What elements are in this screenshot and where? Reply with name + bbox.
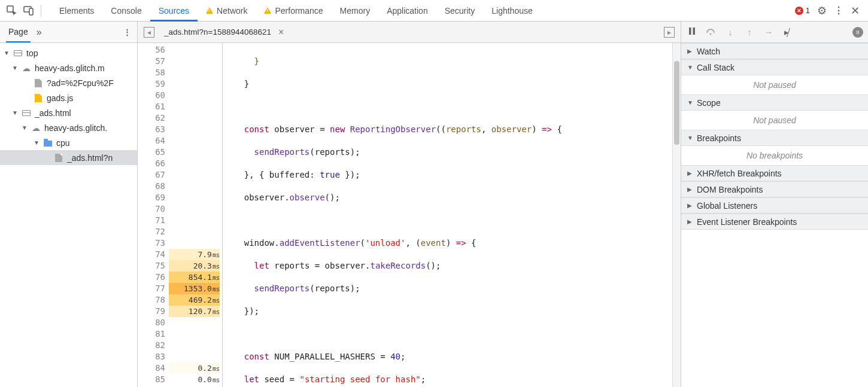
navigator-menu-icon[interactable]: ⋮ bbox=[123, 28, 131, 36]
navigator-pane: Page » ⋮ ▼top ▼☁heavy-ads.glitch.m ?ad=%… bbox=[0, 22, 138, 387]
tree-item-origin[interactable]: ▼☁heavy-ads.glitch. bbox=[0, 120, 137, 135]
step-out-icon[interactable]: ↑ bbox=[743, 27, 755, 37]
divider bbox=[41, 5, 41, 17]
panel-tabs: Elements Console Sources Network Perform… bbox=[51, 0, 793, 21]
nav-forward-icon[interactable]: ▸ bbox=[664, 27, 675, 38]
settings-icon[interactable]: ⚙ bbox=[817, 4, 827, 17]
tree-item-file[interactable]: gads.js bbox=[0, 90, 137, 105]
file-icon bbox=[55, 154, 62, 162]
error-count[interactable]: ✕1 bbox=[795, 6, 810, 15]
call-stack-body: Not paused bbox=[681, 75, 868, 95]
editor-tab[interactable]: _ads.html?n=1588944068621× bbox=[160, 27, 287, 38]
line-number-gutter: 5657585960616263646566676869707172737475… bbox=[138, 43, 169, 387]
file-tree: ▼top ▼☁heavy-ads.glitch.m ?ad=%2Fcpu%2F … bbox=[0, 43, 137, 387]
section-watch[interactable]: ▶Watch bbox=[681, 43, 868, 59]
timing-gutter: 7.9ms 20.3ms 854.1ms 1353.0ms 469.2ms 12… bbox=[169, 43, 223, 387]
close-tab-icon[interactable]: × bbox=[278, 27, 284, 38]
tree-item-frame[interactable]: ▼_ads.html bbox=[0, 105, 137, 120]
svg-rect-2 bbox=[29, 8, 33, 15]
svg-rect-3 bbox=[689, 28, 691, 35]
section-scope[interactable]: ▼Scope bbox=[681, 95, 868, 111]
frame-icon bbox=[14, 50, 22, 56]
section-global-listeners[interactable]: ▶Global Listeners bbox=[681, 197, 868, 214]
step-icon[interactable]: → bbox=[763, 27, 775, 37]
tab-lighthouse[interactable]: Lighthouse bbox=[483, 0, 541, 21]
warning-icon bbox=[264, 7, 271, 14]
step-into-icon[interactable]: ↓ bbox=[724, 27, 736, 37]
section-xhr-breakpoints[interactable]: ▶XHR/fetch Breakpoints bbox=[681, 165, 868, 181]
frame-icon bbox=[22, 110, 31, 116]
pause-icon[interactable] bbox=[686, 27, 698, 37]
editor-tabbar: ◂ _ads.html?n=1588944068621× ▸ bbox=[138, 22, 681, 43]
code-editor[interactable]: 5657585960616263646566676869707172737475… bbox=[138, 43, 681, 387]
tab-memory[interactable]: Memory bbox=[332, 0, 379, 21]
editor-pane: ◂ _ads.html?n=1588944068621× ▸ 565758596… bbox=[138, 22, 681, 387]
section-dom-breakpoints[interactable]: ▶DOM Breakpoints bbox=[681, 181, 868, 197]
tab-performance[interactable]: Performance bbox=[256, 0, 331, 21]
folder-icon bbox=[44, 141, 52, 147]
more-icon[interactable]: ⋮ bbox=[834, 5, 843, 16]
more-tabs-icon[interactable]: » bbox=[37, 27, 42, 38]
warning-icon bbox=[206, 7, 213, 14]
inspect-icon[interactable] bbox=[5, 4, 19, 18]
topbar-right: ✕1 ⚙ ⋮ ✕ bbox=[795, 4, 863, 17]
step-over-icon[interactable] bbox=[705, 27, 717, 37]
vertical-scrollbar[interactable] bbox=[672, 43, 681, 387]
debugger-pane: ↓ ↑ → ⧸▸ II ▶Watch ▼Call Stack Not pause… bbox=[681, 22, 868, 387]
file-icon bbox=[35, 79, 42, 87]
close-icon[interactable]: ✕ bbox=[851, 4, 860, 17]
cloud-icon: ☁ bbox=[22, 63, 31, 73]
breakpoints-body: No breakpoints bbox=[681, 146, 868, 165]
cloud-icon: ☁ bbox=[31, 123, 41, 133]
error-icon: ✕ bbox=[795, 7, 803, 15]
nav-history-icon[interactable]: ◂ bbox=[144, 27, 154, 38]
navigator-tab-page[interactable]: Page bbox=[6, 22, 31, 42]
navigator-header: Page » ⋮ bbox=[0, 22, 137, 43]
scope-body: Not paused bbox=[681, 111, 868, 130]
tree-item-folder[interactable]: ▼cpu bbox=[0, 135, 137, 150]
main-area: Page » ⋮ ▼top ▼☁heavy-ads.glitch.m ?ad=%… bbox=[0, 22, 868, 387]
tree-item-file-selected[interactable]: _ads.html?n bbox=[0, 150, 137, 165]
svg-rect-4 bbox=[693, 28, 696, 35]
code-area[interactable]: } } const observer = new ReportingObserv… bbox=[223, 43, 681, 387]
tree-item-origin[interactable]: ▼☁heavy-ads.glitch.m bbox=[0, 60, 137, 75]
devtools-topbar: Elements Console Sources Network Perform… bbox=[0, 0, 868, 22]
deactivate-breakpoints-icon[interactable]: ⧸▸ bbox=[782, 27, 794, 38]
tab-elements[interactable]: Elements bbox=[51, 0, 102, 21]
script-file-icon bbox=[35, 94, 42, 102]
section-breakpoints[interactable]: ▼Breakpoints bbox=[681, 130, 868, 146]
tab-application[interactable]: Application bbox=[378, 0, 436, 21]
tab-security[interactable]: Security bbox=[436, 0, 484, 21]
section-call-stack[interactable]: ▼Call Stack bbox=[681, 59, 868, 75]
tab-console[interactable]: Console bbox=[102, 0, 150, 21]
debugger-toolbar: ↓ ↑ → ⧸▸ II bbox=[681, 22, 868, 43]
section-event-listener-breakpoints[interactable]: ▶Event Listener Breakpoints bbox=[681, 214, 868, 230]
device-toggle-icon[interactable] bbox=[22, 4, 36, 18]
tab-sources[interactable]: Sources bbox=[150, 0, 198, 21]
pause-on-exceptions-icon[interactable]: II bbox=[852, 27, 863, 38]
tree-item-top[interactable]: ▼top bbox=[0, 45, 137, 60]
tab-network[interactable]: Network bbox=[198, 0, 256, 21]
svg-point-5 bbox=[710, 33, 712, 35]
tree-item-file[interactable]: ?ad=%2Fcpu%2F bbox=[0, 75, 137, 90]
